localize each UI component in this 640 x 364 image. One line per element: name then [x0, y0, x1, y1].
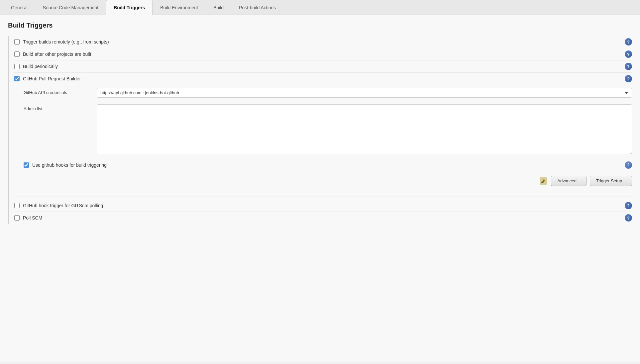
- trigger-label-github-pr-builder[interactable]: GitHub Pull Request Builder: [14, 76, 632, 81]
- trigger-text-github-pr-builder: GitHub Pull Request Builder: [23, 76, 81, 81]
- use-hooks-help-button[interactable]: ?: [625, 161, 632, 169]
- tab-build-triggers[interactable]: Build Triggers: [106, 0, 153, 15]
- tab-build[interactable]: Build: [206, 0, 231, 15]
- trigger-setup-button[interactable]: Trigger Setup...: [590, 176, 632, 186]
- tab-bar: GeneralSource Code ManagementBuild Trigg…: [0, 0, 640, 15]
- help-button-poll-scm[interactable]: ?: [625, 214, 632, 222]
- help-button-build-periodically[interactable]: ?: [625, 63, 632, 70]
- checkbox-github-pr-builder[interactable]: [14, 76, 20, 81]
- trigger-text-poll-scm: Poll SCM: [23, 215, 42, 221]
- use-hooks-checkbox[interactable]: [24, 162, 29, 168]
- trigger-row-github-hook-trigger: GitHub hook trigger for GITScm polling?: [14, 200, 632, 212]
- triggers-container: Trigger builds remotely (e.g., from scri…: [14, 36, 632, 85]
- use-hooks-label-text: Use github hooks for build triggering: [32, 162, 107, 168]
- tab-source-code-management[interactable]: Source Code Management: [35, 0, 106, 15]
- admin-list-textarea[interactable]: [97, 104, 632, 154]
- advanced-icon: [539, 176, 548, 186]
- use-hooks-label-wrap[interactable]: Use github hooks for build triggering: [24, 162, 107, 168]
- trigger-row-build-periodically: Build periodically?: [14, 60, 632, 73]
- help-button-build-after[interactable]: ?: [625, 50, 632, 58]
- credentials-control: https://api.github.com : jenkins-bot-git…: [97, 88, 632, 98]
- trigger-label-trigger-remotely[interactable]: Trigger builds remotely (e.g., from scri…: [14, 39, 632, 45]
- trigger-text-trigger-remotely: Trigger builds remotely (e.g., from scri…: [23, 39, 109, 45]
- content-area: Build Triggers Trigger builds remotely (…: [0, 15, 640, 362]
- trigger-text-github-hook-trigger: GitHub hook trigger for GITScm polling: [23, 203, 103, 208]
- svg-rect-1: [541, 182, 543, 183]
- checkbox-trigger-remotely[interactable]: [14, 39, 20, 45]
- trigger-text-build-periodically: Build periodically: [23, 64, 58, 69]
- bottom-triggers-section: GitHub hook trigger for GITScm polling?P…: [14, 197, 632, 224]
- admin-list-row: Admin list: [24, 101, 632, 158]
- use-hooks-row: Use github hooks for build triggering ?: [24, 158, 632, 172]
- pencil-icon: [539, 177, 548, 185]
- tab-build-environment[interactable]: Build Environment: [153, 0, 206, 15]
- trigger-label-poll-scm[interactable]: Poll SCM: [14, 215, 632, 221]
- checkbox-build-periodically[interactable]: [14, 64, 20, 69]
- trigger-label-build-after[interactable]: Build after other projects are built: [14, 51, 632, 57]
- credentials-label: GitHub API credentials: [24, 88, 90, 95]
- trigger-row-poll-scm: Poll SCM?: [14, 212, 632, 224]
- credentials-row: GitHub API credentials https://api.githu…: [24, 85, 632, 101]
- checkbox-build-after[interactable]: [14, 51, 20, 57]
- triggers-section: Trigger builds remotely (e.g., from scri…: [8, 36, 632, 224]
- help-button-github-hook-trigger[interactable]: ?: [625, 202, 632, 209]
- advanced-button[interactable]: Advanced...: [551, 176, 587, 186]
- credentials-select[interactable]: https://api.github.com : jenkins-bot-git…: [97, 88, 632, 98]
- admin-list-label: Admin list: [24, 104, 90, 111]
- trigger-label-build-periodically[interactable]: Build periodically: [14, 64, 632, 69]
- bottom-triggers-container: GitHub hook trigger for GITScm polling?P…: [14, 200, 632, 224]
- trigger-text-build-after: Build after other projects are built: [23, 51, 91, 57]
- checkbox-github-hook-trigger[interactable]: [14, 203, 20, 208]
- trigger-label-github-hook-trigger[interactable]: GitHub hook trigger for GITScm polling: [14, 203, 632, 208]
- help-button-github-pr-builder[interactable]: ?: [625, 75, 632, 82]
- trigger-row-build-after: Build after other projects are built?: [14, 48, 632, 60]
- github-pr-section: GitHub API credentials https://api.githu…: [14, 85, 632, 190]
- checkbox-poll-scm[interactable]: [14, 215, 20, 221]
- admin-list-control: [97, 104, 632, 155]
- trigger-row-github-pr-builder: GitHub Pull Request Builder?: [14, 73, 632, 85]
- button-row: Advanced... Trigger Setup...: [24, 172, 632, 190]
- tab-post-build-actions[interactable]: Post-build Actions: [231, 0, 283, 15]
- page-title: Build Triggers: [8, 22, 632, 29]
- trigger-row-trigger-remotely: Trigger builds remotely (e.g., from scri…: [14, 36, 632, 48]
- help-button-trigger-remotely[interactable]: ?: [625, 38, 632, 46]
- tab-general[interactable]: General: [3, 0, 35, 15]
